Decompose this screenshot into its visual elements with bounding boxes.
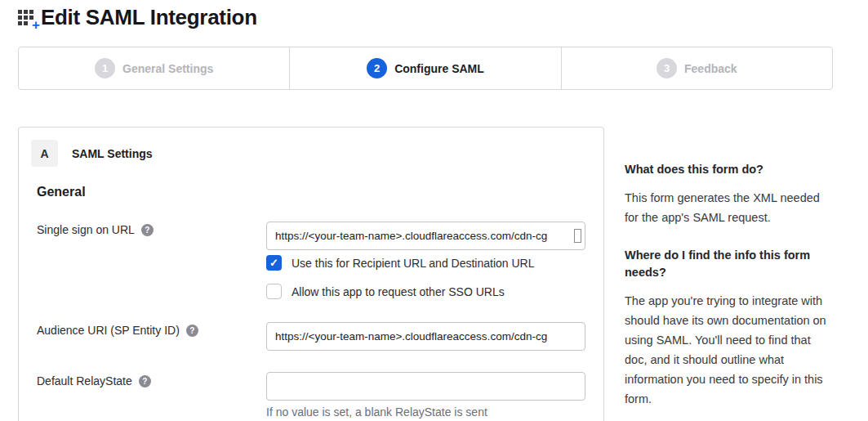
plus-icon: + [32, 18, 40, 32]
step-3-number-badge: 3 [657, 58, 677, 78]
section-badge-a: A [31, 140, 58, 167]
other-sso-urls-checkbox-label: Allow this app to request other SSO URLs [292, 285, 505, 298]
step-3-label: Feedback [684, 62, 737, 75]
step-feedback[interactable]: 3 Feedback [561, 47, 832, 89]
help-heading-where: Where do I find the info this form needs… [625, 247, 827, 281]
page-header: + Edit SAML Integration [18, 5, 257, 30]
help-heading-what: What does this form do? [625, 161, 827, 178]
relay-state-hint: If no value is set, a blank RelayState i… [266, 405, 487, 419]
relay-state-help-icon[interactable]: ? [139, 375, 151, 387]
relay-state-input[interactable] [266, 372, 585, 401]
audience-uri-help-icon[interactable]: ? [186, 325, 198, 337]
saml-settings-panel: A SAML Settings General Single sign on U… [18, 127, 604, 421]
audience-uri-input[interactable] [266, 322, 585, 351]
wizard-stepper: 1 General Settings 2 Configure SAML 3 Fe… [18, 47, 833, 90]
help-sidebar: What does this form do? This form genera… [625, 161, 827, 409]
sso-url-label: Single sign on URL ? [37, 223, 154, 236]
step-1-label: General Settings [122, 62, 213, 75]
step-1-number-badge: 1 [95, 58, 115, 78]
relay-state-label-text: Default RelayState [37, 374, 132, 387]
step-configure-saml[interactable]: 2 Configure SAML [289, 47, 560, 89]
other-sso-urls-checkbox-row[interactable]: Allow this app to request other SSO URLs [266, 284, 505, 299]
relay-state-label: Default RelayState ? [37, 374, 151, 387]
other-sso-urls-checkbox[interactable] [266, 284, 282, 299]
step-2-number-badge: 2 [367, 58, 387, 78]
sso-url-input[interactable] [266, 222, 585, 250]
page-title: Edit SAML Integration [41, 5, 257, 30]
section-title: SAML Settings [72, 147, 153, 160]
step-2-label: Configure SAML [394, 62, 484, 75]
help-section-where: Where do I find the info this form needs… [625, 247, 827, 409]
step-general-settings[interactable]: 1 General Settings [19, 47, 289, 89]
audience-uri-label-text: Audience URI (SP Entity ID) [37, 324, 180, 337]
sso-url-label-text: Single sign on URL [37, 223, 135, 236]
group-title-general: General [37, 185, 86, 199]
sso-url-input-wrap [266, 222, 585, 250]
edit-saml-integration-page: + Edit SAML Integration 1 General Settin… [0, 0, 868, 421]
app-grid-add-icon: + [18, 8, 38, 28]
audience-uri-label: Audience URI (SP Entity ID) ? [37, 324, 198, 337]
sso-url-help-icon[interactable]: ? [141, 224, 154, 236]
recipient-url-checkbox-row[interactable]: ✓ Use this for Recipient URL and Destina… [266, 255, 535, 271]
help-body-where: The app you're trying to integrate with … [625, 291, 827, 409]
recipient-url-checkbox[interactable]: ✓ [266, 255, 282, 271]
help-section-what: What does this form do? This form genera… [625, 161, 827, 227]
recipient-url-checkbox-label: Use this for Recipient URL and Destinati… [292, 257, 535, 270]
help-body-what: This form generates the XML needed for t… [625, 188, 827, 227]
